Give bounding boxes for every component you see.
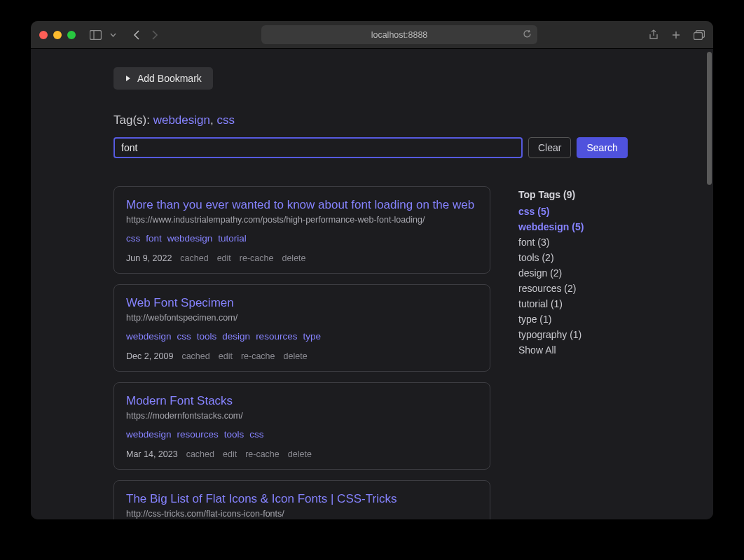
results-list: More than you ever wanted to know about … [113,186,490,519]
active-tag-link[interactable]: css [216,113,235,127]
sidebar-tag-link[interactable]: webdesign (5) [518,221,584,232]
tag-link[interactable]: resources [256,331,297,342]
viewport: Add Bookmark Tag(s): webdesign, css Clea… [31,49,713,519]
result-title-link[interactable]: Modern Font Stacks [126,394,478,408]
titlebar: localhost:8888 [31,21,713,49]
sidebar-tag-link[interactable]: tutorial (1) [518,298,584,309]
result-action-edit[interactable]: edit [217,253,231,263]
result-url: http://webfontspecimen.com/ [126,313,478,323]
result-title-link[interactable]: The Big List of Flat Icons & Icon Fonts … [126,492,478,506]
tag-link[interactable]: design [222,331,250,342]
tag-link[interactable]: type [303,331,321,342]
result-meta: Dec 2, 2009cachededitre-cachedelete [126,351,478,361]
tabs-overview-icon[interactable] [694,29,705,41]
add-bookmark-button[interactable]: Add Bookmark [113,67,213,90]
new-tab-icon[interactable] [671,29,681,41]
reload-icon[interactable] [523,29,532,41]
result-meta: Mar 14, 2023cachededitre-cachedelete [126,449,478,459]
svg-rect-3 [694,32,703,39]
sidebar-tag-link[interactable]: type (1) [518,314,584,325]
result-action-edit[interactable]: edit [223,449,237,459]
active-tag-link[interactable]: webdesign [153,113,210,127]
result-title-link[interactable]: More than you ever wanted to know about … [126,198,478,212]
tag-list: css (5)webdesign (5)font (3)tools (2)des… [518,206,584,356]
result-action-cached[interactable]: cached [186,449,214,459]
search-input[interactable] [113,137,523,158]
tag-link[interactable]: webdesign [126,331,172,342]
add-bookmark-label: Add Bookmark [137,73,202,84]
result-card: Web Font Specimenhttp://webfontspecimen.… [113,284,490,372]
result-action-re-cache[interactable]: re-cache [241,351,275,361]
tag-link[interactable]: css [177,331,191,342]
tag-link[interactable]: resources [177,429,219,440]
tag-link[interactable]: tutorial [218,233,247,244]
address-bar[interactable]: localhost:8888 [261,25,537,44]
sidebar-tag-link[interactable]: css (5) [518,206,584,217]
svg-rect-0 [90,30,102,39]
result-card: The Big List of Flat Icons & Icon Fonts … [113,480,490,519]
sidebar-tag-link[interactable]: design (2) [518,267,584,279]
maximize-window-button[interactable] [67,31,76,39]
tag-link[interactable]: tools [197,331,217,342]
tag-link[interactable]: css [249,429,263,440]
result-card: Modern Font Stackshttps://modernfontstac… [113,382,490,470]
result-tags: webdesigncsstoolsdesignresourcestype [126,331,478,342]
result-tags: cssfontwebdesigntutorial [126,233,478,244]
search-button[interactable]: Search [577,137,627,158]
tag-link[interactable]: webdesign [126,429,172,440]
result-url: http://css-tricks.com/flat-icons-icon-fo… [126,509,478,519]
sidebar-tag-link[interactable]: resources (2) [518,283,584,294]
result-action-cached[interactable]: cached [180,253,208,263]
address-text: localhost:8888 [371,30,428,40]
window-controls [39,31,76,39]
result-tags: webdesignresourcestoolscss [126,429,478,440]
result-action-re-cache[interactable]: re-cache [240,253,274,263]
sidebar: Top Tags (9) css (5)webdesign (5)font (3… [518,186,584,519]
forward-button[interactable] [151,29,158,41]
browser-window: localhost:8888 Add [31,21,713,519]
result-card: More than you ever wanted to know about … [113,186,490,274]
result-action-re-cache[interactable]: re-cache [245,449,280,459]
sidebar-tag-link[interactable]: tools (2) [518,252,584,263]
share-icon[interactable] [649,29,659,41]
scrollbar-thumb[interactable] [707,52,712,185]
sidebar-tag-link[interactable]: font (3) [518,237,584,248]
sidebar-toggle-icon[interactable] [90,30,102,40]
clear-button[interactable]: Clear [528,137,571,158]
sidebar-title: Top Tags (9) [518,189,584,200]
result-url: https://modernfontstacks.com/ [126,411,478,421]
active-tags-header: Tag(s): webdesign, css [113,113,671,127]
result-date: Jun 9, 2022 [126,253,172,263]
result-action-edit[interactable]: edit [219,351,233,361]
tag-link[interactable]: webdesign [167,233,213,244]
result-date: Mar 14, 2023 [126,449,178,459]
tag-link[interactable]: font [146,233,162,244]
result-action-delete[interactable]: delete [284,351,308,361]
result-title-link[interactable]: Web Font Specimen [126,296,478,310]
minimize-window-button[interactable] [53,31,62,39]
result-action-delete[interactable]: delete [282,253,305,263]
show-all-link[interactable]: Show All [518,344,584,356]
play-icon [125,73,132,84]
result-action-cached[interactable]: cached [181,351,209,361]
result-date: Dec 2, 2009 [126,351,173,361]
result-action-delete[interactable]: delete [288,449,312,459]
result-url: https://www.industrialempathy.com/posts/… [126,215,478,225]
close-window-button[interactable] [39,31,48,39]
back-button[interactable] [133,29,140,41]
tags-prefix: Tag(s): [113,113,153,127]
chevron-down-icon[interactable] [110,33,116,37]
tag-link[interactable]: css [126,233,140,244]
tag-link[interactable]: tools [224,429,244,440]
result-meta: Jun 9, 2022cachededitre-cachedelete [126,253,478,263]
sidebar-tag-link[interactable]: typography (1) [518,329,584,340]
